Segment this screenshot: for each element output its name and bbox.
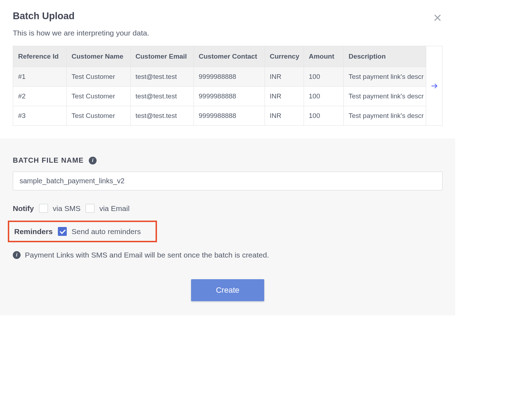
cell-customer-name: Test Customer <box>66 106 130 126</box>
page-subtitle: This is how we are interpreting your dat… <box>13 29 443 37</box>
batch-file-name-input[interactable] <box>13 172 443 190</box>
cell-customer-email: test@test.test <box>130 67 194 87</box>
info-icon: i <box>13 251 21 259</box>
via-sms-checkbox[interactable] <box>39 204 48 213</box>
col-customer-email: Customer Email <box>130 46 194 67</box>
via-email-label: via Email <box>99 204 130 213</box>
reminders-highlight-box: Reminders Send auto reminders <box>8 221 157 242</box>
cell-customer-contact: 9999988888 <box>194 67 265 87</box>
cell-amount: 100 <box>304 87 343 106</box>
col-reference-id: Reference Id <box>13 46 66 67</box>
form-section: BATCH FILE NAME i Notify via SMS via Ema… <box>0 139 455 315</box>
table-row: #2 Test Customer test@test.test 99999888… <box>13 87 442 106</box>
batch-file-label-row: BATCH FILE NAME i <box>13 156 443 164</box>
via-sms-label: via SMS <box>53 204 81 213</box>
table-row: #1 Test Customer test@test.test 99999888… <box>13 67 442 87</box>
cell-reference-id: #3 <box>13 106 66 126</box>
cell-amount: 100 <box>304 67 343 87</box>
via-email-checkbox[interactable] <box>86 204 94 213</box>
scroll-right-handle[interactable] <box>426 46 442 125</box>
table-row: #3 Test Customer test@test.test 99999888… <box>13 106 442 126</box>
header-section: Batch Upload This is how we are interpre… <box>0 0 455 46</box>
info-row: i Payment Links with SMS and Email will … <box>13 251 443 259</box>
cell-customer-contact: 9999988888 <box>194 87 265 106</box>
cell-customer-name: Test Customer <box>66 67 130 87</box>
data-preview-table-wrapper: Reference Id Customer Name Customer Emai… <box>13 46 443 126</box>
create-button[interactable]: Create <box>191 279 264 301</box>
cell-currency: INR <box>265 106 304 126</box>
notify-label: Notify <box>13 204 34 213</box>
reminders-text: Send auto reminders <box>72 227 141 236</box>
reminders-label: Reminders <box>14 227 53 236</box>
col-customer-name: Customer Name <box>66 46 130 67</box>
col-amount: Amount <box>304 46 343 67</box>
batch-file-label: BATCH FILE NAME <box>13 156 84 164</box>
close-icon[interactable] <box>433 13 442 22</box>
cell-amount: 100 <box>304 106 343 126</box>
button-row: Create <box>13 279 443 301</box>
cell-currency: INR <box>265 67 304 87</box>
cell-customer-email: test@test.test <box>130 87 194 106</box>
cell-customer-email: test@test.test <box>130 106 194 126</box>
data-preview-table: Reference Id Customer Name Customer Emai… <box>13 46 442 125</box>
cell-reference-id: #1 <box>13 67 66 87</box>
table-header-row: Reference Id Customer Name Customer Emai… <box>13 46 442 67</box>
cell-customer-contact: 9999988888 <box>194 106 265 126</box>
col-currency: Currency <box>265 46 304 67</box>
col-customer-contact: Customer Contact <box>194 46 265 67</box>
arrow-right-icon <box>430 82 438 90</box>
cell-currency: INR <box>265 87 304 106</box>
info-icon[interactable]: i <box>89 157 97 164</box>
cell-reference-id: #2 <box>13 87 66 106</box>
info-text: Payment Links with SMS and Email will be… <box>25 251 269 259</box>
send-auto-reminders-checkbox[interactable] <box>58 227 67 236</box>
page-title: Batch Upload <box>13 11 443 22</box>
notify-row: Notify via SMS via Email <box>13 204 443 213</box>
cell-customer-name: Test Customer <box>66 87 130 106</box>
